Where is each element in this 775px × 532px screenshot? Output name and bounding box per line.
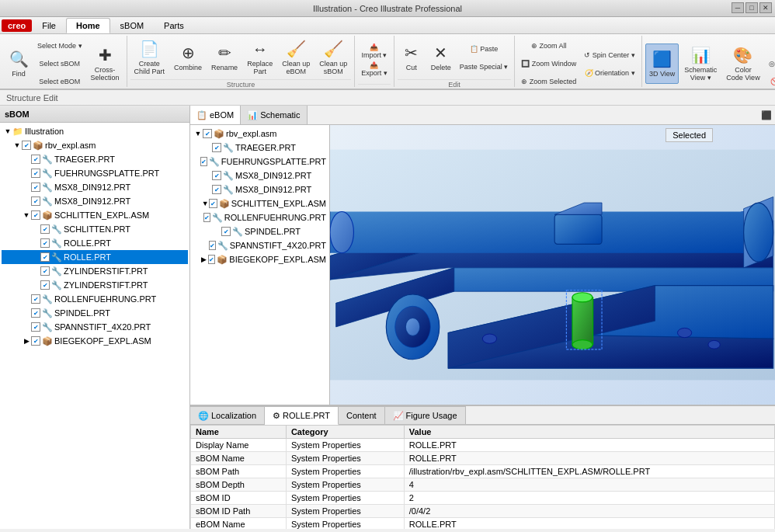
expand-schlitten[interactable]: ▼ bbox=[22, 210, 31, 220]
3d-view-button[interactable]: 🟦 3D View bbox=[645, 43, 679, 84]
ebom-item-rollenf[interactable]: ✔ 🔧 ROLLENFUEHRUNG.PRT bbox=[192, 210, 328, 224]
ebom-item-traeger[interactable]: ✔ 🔧 TRAEGER.PRT bbox=[192, 141, 328, 155]
find-button[interactable]: 🔍 Find bbox=[5, 43, 33, 84]
expand-biegekopf[interactable]: ▶ bbox=[22, 336, 31, 346]
rename-button[interactable]: ✏ Rename bbox=[207, 37, 242, 78]
expand-rbv[interactable]: ▼ bbox=[12, 141, 22, 150]
combine-button[interactable]: ⊕ Combine bbox=[170, 37, 206, 78]
cb-ebom-biegekopf[interactable]: ✔ bbox=[208, 255, 216, 264]
tree-item-rolle-selected[interactable]: ✔ 🔧 ROLLE.PRT bbox=[2, 250, 188, 264]
menu-tab-file[interactable]: File bbox=[32, 18, 66, 33]
paste-special-button[interactable]: Paste Special ▾ bbox=[457, 58, 512, 75]
ebom-item-msx8-2[interactable]: ✔ 🔧 MSX8_DIN912.PRT bbox=[192, 183, 328, 196]
menu-tab-parts[interactable]: Parts bbox=[154, 18, 194, 33]
ebom-item-spannstift[interactable]: ✔ 🔧 SPANNSTIFT_4X20.PRT bbox=[192, 238, 328, 252]
cb-ebom-schlitten[interactable]: ✔ bbox=[209, 199, 217, 208]
isolate-selected-button[interactable]: ◎ Isolate Selected bbox=[766, 55, 775, 72]
tab-content[interactable]: Content bbox=[339, 406, 385, 424]
export-button[interactable]: 📤 Export ▾ bbox=[358, 61, 391, 78]
tree-item-schlitten-prt[interactable]: ✔ 🔧 SCHLITTEN.PRT bbox=[2, 222, 188, 236]
expand-panel-icon[interactable]: ⬛ bbox=[761, 110, 772, 120]
ebom-item-biegekopf[interactable]: ▶ ✔ 📦 BIEGEKOPF_EXPL.ASM bbox=[192, 252, 328, 266]
ebom-item-fuehrung[interactable]: ✔ 🔧 FUEHRUNGSPLATTE.PRT bbox=[192, 155, 328, 169]
cb-ebom-traeger[interactable]: ✔ bbox=[212, 143, 221, 152]
schematic-button[interactable]: 📊 SchematicView ▾ bbox=[680, 43, 721, 84]
replace-button[interactable]: ↔ ReplacePart bbox=[243, 37, 276, 78]
expand-illustration[interactable]: ▼ bbox=[3, 127, 12, 136]
tree-item-rbv[interactable]: ▼ ✔ 📦 rbv_expl.asm bbox=[2, 138, 188, 152]
cb-rbv[interactable]: ✔ bbox=[22, 141, 31, 150]
hide-selected-button[interactable]: 🚫 Hide Selected bbox=[766, 73, 775, 90]
cb-rolle-sel[interactable]: ✔ bbox=[40, 252, 50, 262]
tab-rolle[interactable]: ⚙ ROLLE.PRT bbox=[265, 406, 339, 425]
tab-figure-usage[interactable]: 📈 Figure Usage bbox=[385, 406, 466, 424]
ebom-tree[interactable]: ▼ ✔ 📦 rbv_expl.asm ✔ 🔧 TRAEGER.PRT bbox=[190, 125, 329, 405]
ebom-item-spindel[interactable]: ✔ 🔧 SPINDEL.PRT bbox=[192, 224, 328, 238]
tree-item-rollenf[interactable]: ✔ 🔧 ROLLENFUEHRUNG.PRT bbox=[2, 292, 188, 306]
cross-selection-button[interactable]: ✚ Cross-Selection bbox=[87, 43, 123, 84]
select-sbom-button[interactable]: Select sBOM bbox=[34, 55, 85, 72]
cb-rollenf[interactable]: ✔ bbox=[31, 294, 40, 304]
cleanup-sbom-button[interactable]: 🧹 Clean upsBOM bbox=[315, 37, 351, 78]
zoom-all-button[interactable]: ⊕ Zoom All bbox=[518, 37, 579, 54]
cb-ebom-msx8-2[interactable]: ✔ bbox=[212, 185, 221, 194]
sbom-tree[interactable]: ▼ 📁 Illustration ▼ ✔ 📦 rbv_expl.asm ✔ bbox=[0, 123, 189, 529]
cb-rolle1[interactable]: ✔ bbox=[40, 238, 50, 248]
tree-item-illustration[interactable]: ▼ 📁 Illustration bbox=[2, 124, 188, 138]
cb-biegekopf[interactable]: ✔ bbox=[31, 336, 40, 346]
cb-ebom-root[interactable]: ✔ bbox=[203, 129, 212, 138]
zoom-selected-button[interactable]: ⊕ Zoom Selected bbox=[518, 73, 579, 90]
spin-center-button[interactable]: ↺ Spin Center ▾ bbox=[581, 47, 638, 64]
color-code-button[interactable]: 🎨 ColorCode View bbox=[722, 43, 763, 84]
tree-item-traeger[interactable]: ✔ 🔧 TRAEGER.PRT bbox=[2, 152, 188, 166]
ebom-item-schlitten[interactable]: ▼ ✔ 📦 SCHLITTEN_EXPL.ASM bbox=[192, 196, 328, 210]
tree-item-fuehrung[interactable]: ✔ 🔧 FUEHRUNGSPLATTE.PRT bbox=[2, 166, 188, 180]
import-button[interactable]: 📥 Import ▾ bbox=[358, 43, 391, 60]
cb-schlitten[interactable]: ✔ bbox=[31, 210, 40, 220]
tree-item-msx8-1[interactable]: ✔ 🔧 MSX8_DIN912.PRT bbox=[2, 180, 188, 194]
expand-ebom-schlitten[interactable]: ▼ bbox=[201, 199, 209, 208]
cb-ebom-spindel[interactable]: ✔ bbox=[221, 227, 231, 236]
tree-item-schlitten[interactable]: ▼ ✔ 📦 SCHLITTEN_EXPL.ASM bbox=[2, 208, 188, 222]
cb-traeger[interactable]: ✔ bbox=[31, 155, 40, 164]
tree-item-zylin2[interactable]: ✔ 🔧 ZYLINDERSTIFT.PRT bbox=[2, 278, 188, 292]
tree-item-msx8-2[interactable]: ✔ 🔧 MSX8_DIN912.PRT bbox=[2, 194, 188, 208]
cb-msx8-2[interactable]: ✔ bbox=[31, 196, 40, 206]
delete-button[interactable]: ✕ Delete bbox=[427, 37, 455, 78]
cb-spindel[interactable]: ✔ bbox=[31, 308, 40, 318]
cb-schlitten-prt[interactable]: ✔ bbox=[40, 224, 50, 234]
cb-zylin2[interactable]: ✔ bbox=[40, 280, 50, 290]
minimize-btn[interactable]: ─ bbox=[732, 2, 744, 13]
cb-fuehrung[interactable]: ✔ bbox=[31, 169, 40, 178]
tree-item-biegekopf[interactable]: ▶ ✔ 📦 BIEGEKOPF_EXPL.ASM bbox=[2, 334, 188, 348]
close-btn[interactable]: ✕ bbox=[759, 2, 772, 13]
expand-ebom-root[interactable]: ▼ bbox=[193, 129, 203, 138]
cb-spannstift[interactable]: ✔ bbox=[31, 322, 40, 332]
maximize-btn[interactable]: □ bbox=[745, 2, 758, 13]
expand-ebom-biegekopf[interactable]: ▶ bbox=[200, 255, 207, 264]
tab-ebom[interactable]: 📋 eBOM bbox=[190, 106, 241, 124]
menu-tab-home[interactable]: Home bbox=[66, 18, 110, 33]
paste-button[interactable]: 📋 Paste bbox=[457, 40, 512, 57]
orientation-button[interactable]: 🧭 Orientation ▾ bbox=[581, 64, 638, 82]
tree-item-spannstift[interactable]: ✔ 🔧 SPANNSTIFT_4X20.PRT bbox=[2, 320, 188, 334]
cb-ebom-msx8-1[interactable]: ✔ bbox=[212, 171, 221, 180]
title-controls[interactable]: ─ □ ✕ bbox=[732, 2, 772, 13]
creo-logo[interactable]: creo bbox=[2, 19, 32, 32]
tab-schematic[interactable]: 📊 Schematic bbox=[241, 106, 307, 124]
cb-msx8-1[interactable]: ✔ bbox=[31, 183, 40, 192]
tree-item-zylin1[interactable]: ✔ 🔧 ZYLINDERSTIFT.PRT bbox=[2, 264, 188, 278]
tree-item-rolle1[interactable]: ✔ 🔧 ROLLE.PRT bbox=[2, 236, 188, 250]
cb-ebom-spannstift[interactable]: ✔ bbox=[209, 241, 216, 250]
menu-tab-sbom[interactable]: sBOM bbox=[110, 18, 155, 33]
tree-item-spindel[interactable]: ✔ 🔧 SPINDEL.PRT bbox=[2, 306, 188, 320]
select-ebom-button[interactable]: Select eBOM bbox=[34, 73, 85, 90]
zoom-window-button[interactable]: 🔲 Zoom Window bbox=[518, 55, 579, 72]
cb-ebom-rollenf[interactable]: ✔ bbox=[203, 213, 210, 222]
3d-viewport[interactable]: Selected bbox=[330, 125, 775, 405]
cb-ebom-fuehrung[interactable]: ✔ bbox=[200, 157, 207, 166]
ebom-item-msx8-1[interactable]: ✔ 🔧 MSX8_DIN912.PRT bbox=[192, 169, 328, 183]
cut-button[interactable]: ✂ Cut bbox=[398, 37, 426, 78]
ebom-item-root[interactable]: ▼ ✔ 📦 rbv_expl.asm bbox=[192, 127, 328, 141]
tab-localization[interactable]: 🌐 Localization bbox=[190, 406, 265, 424]
